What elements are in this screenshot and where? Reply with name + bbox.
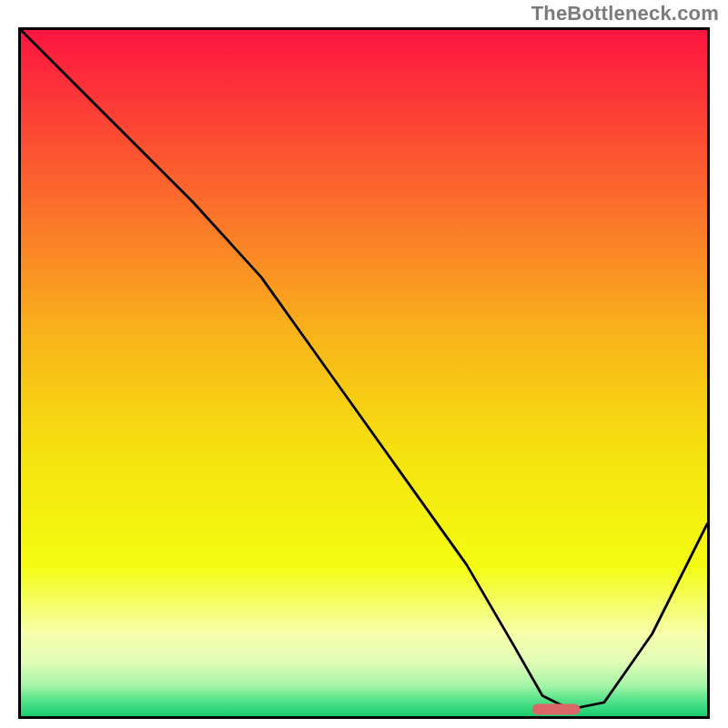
- target-range-marker: [532, 704, 581, 715]
- chart-svg: [21, 30, 707, 716]
- chart-area: [18, 27, 710, 719]
- watermark-text: TheBottleneck.com: [531, 2, 719, 25]
